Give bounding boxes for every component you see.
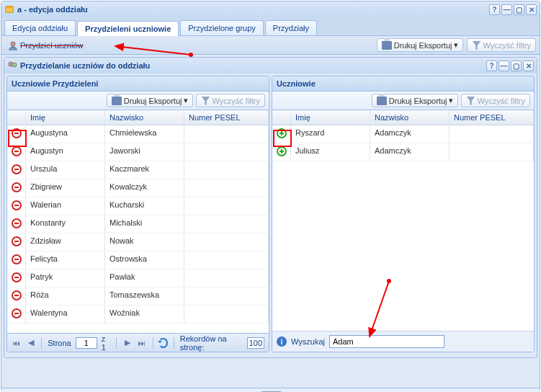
add-button[interactable]	[272, 125, 291, 143]
cell-pesel	[450, 143, 534, 161]
assign-close-button[interactable]: ✕	[523, 61, 534, 71]
remove-icon	[12, 146, 22, 156]
window-title: a - edycja oddziału	[17, 5, 88, 14]
remove-button[interactable]	[7, 215, 26, 233]
available-grid-body[interactable]: RyszardAdamczykJuliuszAdamczyk	[272, 125, 534, 329]
remove-button[interactable]	[7, 288, 26, 305]
cell-first-name: Ryszard	[291, 125, 370, 143]
dropdown-icon: ▾	[454, 40, 458, 50]
table-row[interactable]: WalerianKucharski	[7, 197, 269, 215]
cell-pesel	[184, 197, 269, 215]
table-row[interactable]: WalentynaWoźniak	[7, 306, 269, 324]
assigned-clear-filters-button[interactable]: Wyczyść filtry	[196, 94, 265, 107]
cell-pesel	[184, 179, 269, 197]
table-row[interactable]: JuliuszAdamczyk	[272, 143, 534, 161]
col-action	[272, 110, 291, 125]
tab-strip: Edycja oddziału Przydzieleni uczniowie P…	[1, 17, 540, 36]
assign-students-button[interactable]: Przydziel uczniów	[5, 39, 86, 52]
remove-button[interactable]	[7, 233, 26, 251]
remove-icon	[12, 254, 22, 264]
remove-button[interactable]	[7, 161, 26, 179]
assigned-pager: ⏮ ◀ Strona z 1 ▶ ⏭ Rekordów na stronę: 1…	[7, 333, 269, 352]
dropdown-icon: ▾	[449, 96, 453, 105]
remove-button[interactable]	[7, 197, 26, 215]
table-row[interactable]: KonstantyMichalski	[7, 215, 269, 233]
cell-last-name: Tomaszewska	[105, 288, 184, 305]
table-row[interactable]: ZdzisławNowak	[7, 233, 269, 251]
next-page-button[interactable]: ▶	[122, 337, 133, 349]
users-icon	[7, 61, 17, 71]
cell-last-name: Pawlak	[105, 270, 184, 287]
cell-first-name: Augustyna	[26, 125, 105, 143]
tab-assigned-groups[interactable]: Przydzielone grupy	[180, 20, 264, 35]
page-input[interactable]	[76, 337, 97, 349]
cell-pesel	[184, 251, 269, 269]
add-button[interactable]	[272, 143, 291, 161]
maximize-button[interactable]: ▢	[514, 4, 524, 15]
last-page-button[interactable]: ⏭	[137, 337, 147, 349]
tab-assigned-students[interactable]: Przydzieleni uczniowie	[77, 21, 179, 36]
table-row[interactable]: AugustynJaworski	[7, 143, 269, 161]
available-grid-header: Imię Nazwisko Numer PESEL	[272, 110, 534, 125]
clear-filters-label: Wyczyść filtry	[483, 41, 531, 50]
col-first-name[interactable]: Imię	[291, 110, 370, 125]
assign-help-button[interactable]: ?	[486, 61, 497, 71]
table-row[interactable]: FelicytaOstrowska	[7, 251, 269, 270]
table-row[interactable]: PatrykPawlak	[7, 270, 269, 288]
records-label: Rekordów na stronę:	[180, 334, 243, 352]
panels-container: Uczniowie Przydzieleni Drukuj Eksportuj …	[4, 74, 537, 355]
cell-first-name: Juliusz	[291, 143, 370, 161]
table-row[interactable]: AugustynaChmielewska	[7, 125, 269, 143]
cell-pesel	[184, 306, 269, 323]
col-last-name[interactable]: Nazwisko	[370, 110, 450, 125]
remove-button[interactable]	[7, 179, 26, 197]
clear-filters-button[interactable]: Wyczyść filtry	[467, 38, 536, 52]
assigned-print-export-button[interactable]: Drukuj Eksportuj ▾	[107, 94, 194, 107]
table-row[interactable]: UrszulaKaczmarek	[7, 161, 269, 179]
assigned-grid-body[interactable]: AugustynaChmielewskaAugustynJaworskiUrsz…	[7, 125, 269, 331]
cell-pesel	[450, 125, 534, 143]
assign-minimize-button[interactable]: —	[498, 61, 509, 71]
remove-button[interactable]	[7, 125, 26, 143]
available-print-export-button[interactable]: Drukuj Eksportuj ▾	[372, 94, 459, 107]
main-pager: ⏮ ◀ Strona z 1 ▶ ⏭ Rekordów na stronę: 5…	[1, 388, 540, 392]
remove-button[interactable]	[7, 270, 26, 287]
refresh-icon[interactable]	[158, 338, 168, 348]
minimize-button[interactable]: —	[501, 4, 512, 15]
panel-assigned-toolbar: Drukuj Eksportuj ▾ Wyczyść filtry	[7, 92, 269, 110]
remove-button[interactable]	[7, 251, 26, 269]
table-row[interactable]: RóżaTomaszewska	[7, 288, 269, 306]
remove-icon	[12, 200, 22, 210]
remove-button[interactable]	[7, 143, 26, 161]
col-pesel[interactable]: Numer PESEL	[184, 110, 269, 125]
panel-assigned: Uczniowie Przydzieleni Drukuj Eksportuj …	[6, 76, 269, 352]
available-grid: Imię Nazwisko Numer PESEL RyszardAdamczy…	[272, 110, 534, 331]
col-last-name[interactable]: Nazwisko	[105, 110, 184, 125]
remove-button[interactable]	[7, 306, 26, 323]
prev-page-button[interactable]: ◀	[26, 337, 36, 349]
col-pesel[interactable]: Numer PESEL	[450, 110, 534, 125]
remove-icon	[12, 182, 22, 192]
available-clear-filters-button[interactable]: Wyczyść filtry	[461, 94, 530, 107]
assigned-clear-filters-label: Wyczyść filtry	[212, 97, 260, 105]
cell-last-name: Kaczmarek	[105, 161, 184, 179]
cell-first-name: Walerian	[26, 197, 105, 215]
window-icon	[4, 4, 14, 14]
help-button[interactable]: ?	[489, 4, 500, 15]
per-page-select[interactable]: 100	[247, 337, 264, 349]
tab-edit[interactable]: Edycja oddziału	[4, 20, 76, 35]
col-first-name[interactable]: Imię	[26, 110, 105, 125]
print-export-button[interactable]: Drukuj Eksportuj ▾	[377, 38, 464, 52]
tab-assignments[interactable]: Przydziały	[265, 20, 317, 35]
add-icon	[277, 128, 287, 138]
table-row[interactable]: RyszardAdamczyk	[272, 125, 534, 143]
first-page-button[interactable]: ⏮	[12, 337, 22, 349]
assign-maximize-button[interactable]: ▢	[511, 61, 522, 71]
close-button[interactable]: ✕	[526, 4, 537, 15]
cell-last-name: Woźniak	[105, 306, 184, 323]
table-row[interactable]: ZbigniewKowalczyk	[7, 179, 269, 197]
available-clear-filters-label: Wyczyść filtry	[477, 97, 525, 105]
search-input[interactable]	[329, 335, 444, 348]
svg-rect-1	[6, 6, 14, 9]
cell-last-name: Adamczyk	[370, 125, 450, 143]
